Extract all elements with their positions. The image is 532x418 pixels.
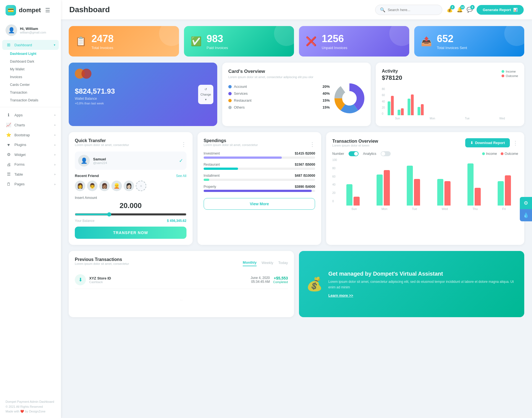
- chevron-right-icon8: ›: [54, 183, 55, 186]
- view-more-button[interactable]: View More: [204, 198, 315, 210]
- big-bar-thu: [460, 163, 488, 206]
- income-legend-label: Income: [506, 70, 516, 73]
- sidebar-item-dashboard[interactable]: ⊞ Dashboard ▾: [2, 40, 59, 50]
- sidebar-sub-dashboard-light[interactable]: Dashboard Light: [0, 50, 61, 58]
- installment-bar: [204, 179, 209, 181]
- tab-weekly[interactable]: Weekly: [262, 260, 273, 266]
- sidebar-sub-cards-center[interactable]: Cards Center: [0, 81, 61, 89]
- quick-transfer-menu[interactable]: ⋮: [181, 141, 186, 148]
- total-invoices-label: Total Invoices: [91, 46, 114, 50]
- spendings-title: Spendings: [204, 138, 258, 143]
- footer-line2: © 2021 All Rights Reserved: [6, 404, 55, 409]
- sidebar-item-widget[interactable]: ⚙ Widget ›: [0, 150, 61, 160]
- friend-avatar-5[interactable]: 👩🏻: [124, 181, 134, 191]
- more-rows-placeholder: ···: [75, 289, 288, 311]
- bell-icon-btn[interactable]: 🔔12: [457, 7, 463, 13]
- account-label: Account: [234, 84, 320, 89]
- dashboard-icon: ⊞: [6, 42, 12, 47]
- widget-label: Widget: [14, 153, 25, 157]
- refresh-icon: ↺: [204, 88, 207, 91]
- tx-overview-title: Transaction Overview: [332, 139, 378, 144]
- download-report-button[interactable]: ⬇ Download Report: [465, 138, 510, 147]
- sidebar-item-plugins[interactable]: ♥ Plugins ›: [0, 140, 61, 150]
- wallet-icon-btn[interactable]: 💰2: [447, 7, 453, 13]
- user-name: Hi, William: [20, 27, 46, 31]
- recent-friends-label: Recent Friend: [75, 174, 99, 178]
- stat-card-total-invoices: 📋 2478 Total Invoices: [69, 26, 179, 57]
- chevron-right-icon7: ›: [54, 173, 55, 176]
- friend-avatar-3[interactable]: 👩🏽: [99, 181, 110, 191]
- sidebar-item-charts[interactable]: 📈 Charts ›: [0, 120, 61, 130]
- see-all-link[interactable]: See All: [176, 174, 186, 178]
- sidebar-item-pages[interactable]: 🗒 Pages ›: [0, 179, 61, 189]
- sidebar-sub-dashboard-dark[interactable]: Dashboard Dark: [0, 58, 61, 65]
- number-toggle[interactable]: [349, 151, 359, 156]
- others-label: Others: [234, 105, 320, 109]
- sidebar-item-table[interactable]: ☰ Table ›: [0, 169, 61, 179]
- sidebar-sub-transaction[interactable]: Transaction: [0, 89, 61, 96]
- tx-name: XYZ Store ID: [89, 276, 111, 280]
- analytics-toggle[interactable]: [381, 151, 391, 156]
- transfer-now-button[interactable]: TRANSFER NOW: [75, 227, 186, 239]
- cards-overview-title: Card's Overview: [228, 69, 365, 74]
- total-sent-label: Total Invoices Sent: [437, 46, 467, 50]
- paid-invoices-label: Paid Invoices: [207, 46, 228, 50]
- va-content: Get managed by Dompet's Virtual Assistan…: [328, 271, 517, 297]
- sidebar-sub-invoices[interactable]: Invoices: [0, 73, 61, 81]
- sidebar-item-bootstrap[interactable]: ⭐ Bootstrap ›: [0, 130, 61, 140]
- chat-icon-btn[interactable]: 💬5: [467, 7, 473, 13]
- wallet-change-button[interactable]: ↺ Change ▾: [198, 85, 213, 104]
- big-bar-wed-outcome: [444, 181, 451, 206]
- sidebar-sub-my-wallet[interactable]: My Wallet: [0, 65, 61, 73]
- sidebar-footer: Dompet Payment Admin Dashboard © 2021 Al…: [0, 396, 61, 418]
- logo-text: dompet: [19, 7, 41, 14]
- property-label: Property: [204, 185, 216, 189]
- plugins-icon: ♥: [6, 142, 12, 147]
- main-content: Dashboard 🔍 💰2 🔔12 💬5 Generate Report 📊: [61, 0, 532, 418]
- quick-transfer-title: Quick Transfer: [75, 138, 129, 143]
- water-float-button[interactable]: 💧: [520, 209, 532, 221]
- big-bar-thu-outcome: [475, 188, 481, 206]
- va-learn-more-link[interactable]: Learn more >>: [328, 293, 517, 298]
- apps-label: Apps: [14, 113, 23, 117]
- unpaid-invoices-icon: ❌: [306, 36, 317, 47]
- tx-status: Completed: [273, 280, 288, 284]
- tab-today[interactable]: Today: [278, 260, 288, 266]
- friend-add[interactable]: +: [136, 181, 146, 191]
- overview-item-restaurant: Restaurant 15%: [228, 98, 330, 102]
- property-amount: $3890 /$4000: [295, 185, 315, 189]
- wallet-label: Wallet Balance: [75, 97, 211, 101]
- tab-monthly[interactable]: Monthly: [243, 260, 257, 266]
- right-float-buttons: ⚙ 💧: [520, 197, 532, 221]
- qt-avatar: 👤: [78, 155, 90, 166]
- prev-tx-sub: Lorem ipsum dolor sit amet, consectetur: [75, 262, 129, 265]
- friend-avatar-1[interactable]: 👩: [75, 181, 85, 191]
- table-icon: ☰: [6, 172, 12, 177]
- stat-card-total-sent: 📤 652 Total Invoices Sent: [414, 26, 525, 57]
- chevron-right-icon5: ›: [54, 153, 55, 156]
- plugins-label: Plugins: [14, 143, 26, 147]
- friend-avatar-2[interactable]: 👨: [87, 181, 98, 191]
- friend-avatar-4[interactable]: 👱: [111, 181, 122, 191]
- sidebar-item-apps[interactable]: ℹ Apps ›: [0, 110, 61, 120]
- big-label-wed: Wed: [442, 207, 448, 211]
- toggle-row: Number Analytics Income Outcome: [332, 151, 518, 156]
- spendings-menu[interactable]: ⋮: [310, 141, 315, 148]
- hamburger-menu[interactable]: ☰: [45, 7, 50, 14]
- big-bar-sun-income: [346, 184, 352, 206]
- search-input[interactable]: [388, 8, 438, 12]
- big-bar-mon: [369, 170, 397, 206]
- qt-user: 👤 Samuel @sam224 ✓: [75, 152, 186, 170]
- footer-line1: Dompet Payment Admin Dashboard: [6, 399, 55, 404]
- bar-labels: Sun Mon Tue Wed: [382, 117, 518, 120]
- forms-icon: 🖨: [6, 162, 12, 167]
- services-pct: 40%: [323, 91, 330, 96]
- generate-report-button[interactable]: Generate Report 📊: [477, 5, 524, 15]
- sidebar-item-forms[interactable]: 🖨 Forms ›: [0, 160, 61, 169]
- sidebar-sub-transaction-details[interactable]: Transaction Details: [0, 96, 61, 104]
- download-label: Download Report: [475, 141, 505, 145]
- spending-item-investment: Investment $1415 /$2000: [204, 152, 315, 159]
- settings-float-button[interactable]: ⚙: [520, 197, 532, 209]
- tx-overview-menu[interactable]: ⋮: [513, 140, 518, 146]
- amount-slider[interactable]: [75, 212, 186, 217]
